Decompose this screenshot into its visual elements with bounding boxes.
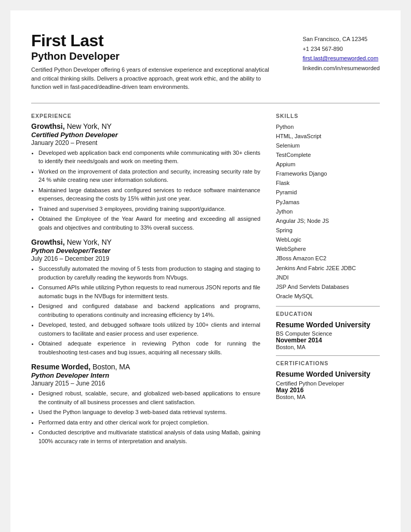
exp-bullets-2: Designed robust, scalable, secure, and g… xyxy=(31,389,260,445)
contact-linkedin: linkedin.com/in/resumeworded xyxy=(302,63,380,73)
experience-list: Growthsi, New York, NYCertified Python D… xyxy=(31,122,260,446)
exp-title-0: Certified Python Developer xyxy=(31,131,260,139)
exp-title-2: Python Developer Intern xyxy=(31,371,260,379)
skill-item-1: HTML, JavaScript xyxy=(276,131,380,141)
skill-item-11: Spring xyxy=(276,225,380,235)
candidate-title: Python Developer xyxy=(31,50,270,62)
education-entry-0: Resume Worded UniversityBS Computer Scie… xyxy=(276,320,380,350)
certifications-list: Resume Worded UniversityCertified Python… xyxy=(276,369,380,400)
right-divider-2 xyxy=(276,355,380,356)
contact-email[interactable]: first.last@resumeworded.com xyxy=(302,54,380,63)
edu-school-0: Resume Worded University xyxy=(276,320,380,329)
exp-dates-2: January 2015 – June 2016 xyxy=(31,380,260,387)
edu-degree-0: BS Computer Science xyxy=(276,330,380,337)
contact-phone: +1 234 567-890 xyxy=(302,44,380,54)
bullet-1-1: Consumed APIs while utilizing Python req… xyxy=(38,283,260,300)
right-divider-1 xyxy=(276,306,380,307)
cert-date-0: May 2016 xyxy=(276,387,380,394)
cert-school-0: Resume Worded University xyxy=(276,369,380,379)
bullet-2-3: Conducted descriptive and multivariate s… xyxy=(38,428,260,445)
skill-item-16: JNDI xyxy=(276,273,380,282)
skill-item-8: PyJamas xyxy=(276,197,380,207)
right-column: SKILLS PythonHTML, JavaScriptSeleniumTes… xyxy=(276,109,380,522)
bullet-2-2: Performed data entry and other clerical … xyxy=(38,418,260,427)
exp-bullets-1: Successfully automated the moving of 5 t… xyxy=(31,264,260,356)
skill-item-17: JSP And Servlets Databases xyxy=(276,282,380,291)
bullet-0-0: Developed web application back end compo… xyxy=(38,149,260,166)
bullet-0-2: Maintained large databases and configure… xyxy=(38,186,260,203)
bullet-2-0: Designed robust, scalable, secure, and g… xyxy=(38,389,260,406)
cert-entry-0: Resume Worded UniversityCertified Python… xyxy=(276,369,380,400)
edu-date-0: November 2014 xyxy=(276,337,380,344)
skill-item-18: Oracle MySQL xyxy=(276,291,380,301)
certifications-label: CERTIFICATIONS xyxy=(276,360,380,366)
education-section: EDUCATION Resume Worded UniversityBS Com… xyxy=(276,311,380,350)
skill-item-15: Jenkins And Fabric J2EE JDBC xyxy=(276,263,380,273)
candidate-summary: Certified Python Developer offering 6 ye… xyxy=(31,65,270,91)
bullet-1-3: Developed, tested, and debugged software… xyxy=(38,321,260,338)
bullet-1-0: Successfully automated the moving of 5 t… xyxy=(38,264,260,282)
bullet-0-1: Worked on the improvement of data protec… xyxy=(38,167,260,184)
skill-item-0: Python xyxy=(276,122,380,131)
exp-bullets-0: Developed web application back end compo… xyxy=(31,149,260,232)
skill-item-4: Appium xyxy=(276,159,380,169)
candidate-name: First Last xyxy=(31,31,270,50)
skill-item-12: WebLogic xyxy=(276,235,380,244)
skill-item-6: Flask xyxy=(276,178,380,188)
exp-company-0: Growthsi, New York, NY xyxy=(31,122,260,130)
skill-item-2: Selenium xyxy=(276,141,380,150)
cert-name-0: Certified Python Developer xyxy=(276,380,380,387)
skill-item-9: Jython xyxy=(276,207,380,216)
exp-company-2: Resume Worded, Boston, MA xyxy=(31,363,260,371)
skill-item-7: Pyramid xyxy=(276,188,380,197)
resume-page: First Last Python Developer Certified Py… xyxy=(10,10,401,532)
cert-location-0: Boston, MA xyxy=(276,394,380,400)
education-list: Resume Worded UniversityBS Computer Scie… xyxy=(276,320,380,350)
experience-entry-0: Growthsi, New York, NYCertified Python D… xyxy=(31,122,260,232)
bullet-0-3: Trained and supervised 3 employees, prov… xyxy=(38,205,260,214)
skills-section: SKILLS PythonHTML, JavaScriptSeleniumTes… xyxy=(276,113,380,301)
skill-item-3: TestComplete xyxy=(276,150,380,159)
experience-entry-1: Growthsi, New York, NYPython Developer/T… xyxy=(31,238,260,356)
exp-dates-0: January 2020 – Present xyxy=(31,139,260,147)
bullet-1-2: Designed and configured database and bac… xyxy=(38,302,260,319)
header-left: First Last Python Developer Certified Py… xyxy=(31,31,270,91)
contact-address: San Francisco, CA 12345 xyxy=(302,34,380,44)
skill-item-13: WebSphere xyxy=(276,244,380,254)
skill-item-14: JBoss Amazon EC2 xyxy=(276,254,380,263)
header-divider xyxy=(31,103,380,103)
exp-company-1: Growthsi, New York, NY xyxy=(31,238,260,246)
exp-dates-1: July 2016 – December 2019 xyxy=(31,255,260,262)
skill-item-10: Angular JS; Node JS xyxy=(276,216,380,225)
exp-title-1: Python Developer/Tester xyxy=(31,247,260,255)
education-label: EDUCATION xyxy=(276,311,380,317)
skill-item-5: Frameworks Django xyxy=(276,169,380,178)
bullet-2-1: Used the Python language to develop 3 we… xyxy=(38,408,260,417)
left-column: EXPERIENCE Growthsi, New York, NYCertifi… xyxy=(31,109,260,522)
skills-label: SKILLS xyxy=(276,113,380,119)
bullet-1-4: Obtained adequate experience in reviewin… xyxy=(38,339,260,356)
main-layout: EXPERIENCE Growthsi, New York, NYCertifi… xyxy=(31,109,380,522)
experience-section-label: EXPERIENCE xyxy=(31,113,260,119)
bullet-0-4: Obtained the Employee of the Year Award … xyxy=(38,215,260,232)
header: First Last Python Developer Certified Py… xyxy=(31,31,380,91)
contact-info: San Francisco, CA 12345 +1 234 567-890 f… xyxy=(302,31,380,91)
edu-location-0: Boston, MA xyxy=(276,344,380,350)
skills-list: PythonHTML, JavaScriptSeleniumTestComple… xyxy=(276,122,380,301)
experience-entry-2: Resume Worded, Boston, MAPython Develope… xyxy=(31,363,260,445)
certifications-section: CERTIFICATIONS Resume Worded UniversityC… xyxy=(276,360,380,400)
